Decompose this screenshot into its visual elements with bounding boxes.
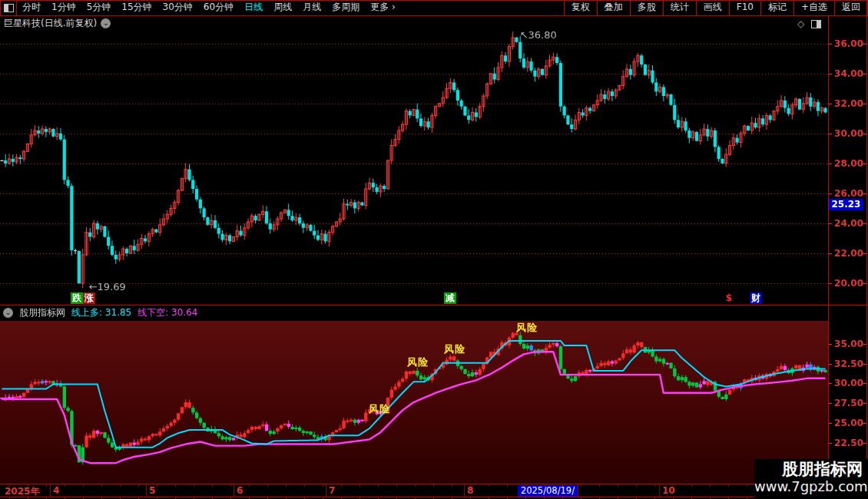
watermark: 股朋指标网 www.7gpzb.com <box>754 459 868 499</box>
menu-item-15分钟[interactable]: 15分钟 <box>116 1 157 15</box>
indicator-panel: 风险风险风险风险 <box>0 321 828 484</box>
minor-tick <box>618 484 618 487</box>
minor-tick <box>507 484 508 487</box>
menu-item-标记[interactable]: 标记 <box>760 1 793 15</box>
diamond-icon[interactable]: ◇ <box>797 18 804 29</box>
y-tick-label: 22.00 <box>833 248 863 259</box>
menu-item-30分钟[interactable]: 30分钟 <box>157 1 198 15</box>
line-short-value: 线下空: 30.64 <box>137 306 197 319</box>
pane-icon[interactable] <box>811 20 821 28</box>
y-tick-label: 32.50 <box>833 359 863 369</box>
y-tick-label: 30.00 <box>833 378 863 388</box>
menu-item-分时[interactable]: 分时 <box>17 1 46 15</box>
y-tick-label: 22.50 <box>833 438 863 448</box>
axis-left-border <box>828 15 829 499</box>
arrow-up-left-icon: ↖ <box>520 29 528 41</box>
minor-tick <box>28 484 28 487</box>
arrow-left-icon: ← <box>89 281 98 292</box>
y-tick-label: 26.00 <box>833 188 863 199</box>
chart-titlebar: 巨星科技(日线.前复权) ⌄ <box>0 15 832 31</box>
minor-tick <box>341 484 342 487</box>
month-tick <box>50 484 51 497</box>
titlebar-icons: ◇ <box>797 18 821 29</box>
period-menu: 分时1分钟5分钟15分钟30分钟60分钟日线周线月线多周期更多 › <box>17 1 401 15</box>
y-tick-label: 27.50 <box>833 398 863 408</box>
badge-跌: 跌 <box>71 292 83 304</box>
menu-item-1分钟[interactable]: 1分钟 <box>46 1 81 15</box>
layout-toggle-button[interactable] <box>1 1 17 15</box>
minor-tick <box>65 484 65 487</box>
indicator-header: ⌄ 股朋指标网 线上多: 31.85 线下空: 30.64 <box>0 306 831 320</box>
y-tick-label: 32.00 <box>833 98 863 109</box>
tools-menu: 复权叠加多股统计画线F10标记+自选返回 <box>564 1 867 15</box>
y-tick-label: 30.00 <box>833 128 863 139</box>
minor-tick <box>544 484 545 487</box>
collapse-chart-icon[interactable]: ⌄ <box>101 18 111 28</box>
risk-label-1: 风险 <box>407 355 429 369</box>
minor-tick <box>267 484 268 487</box>
minor-tick <box>359 484 360 487</box>
indicator-name[interactable]: 股朋指标网 <box>19 306 65 319</box>
minor-tick <box>101 484 102 487</box>
high-price-marker: ↖36.80 <box>520 29 557 41</box>
risk-label-3: 风险 <box>516 321 538 335</box>
y-tick-label: 20.00 <box>833 278 863 289</box>
month-tick <box>578 484 578 497</box>
menu-item-复权[interactable]: 复权 <box>564 1 597 15</box>
minor-tick <box>710 484 711 487</box>
price-tag: 25.23 <box>829 199 863 210</box>
watermark-site-name: 股朋指标网 <box>754 459 863 479</box>
badge-涨: 涨 <box>83 292 95 304</box>
menu-item-多股[interactable]: 多股 <box>630 1 663 15</box>
indicator-canvas[interactable] <box>0 321 828 484</box>
minor-tick <box>323 484 323 487</box>
badge-财: 财 <box>750 292 762 304</box>
main-price-canvas[interactable] <box>0 31 828 305</box>
menu-item-F10[interactable]: F10 <box>729 1 760 15</box>
date-axis: 2025年 2025/08/19/二 4567810 <box>0 484 868 499</box>
month-tick <box>146 484 147 497</box>
low-price-marker: ←19.69 <box>89 281 126 292</box>
minor-tick <box>728 484 729 487</box>
menu-item-多周期[interactable]: 多周期 <box>326 1 365 15</box>
menu-item-日线[interactable]: 日线 <box>239 1 268 15</box>
minor-tick <box>83 484 84 487</box>
month-label-4: 4 <box>53 485 59 496</box>
minor-tick <box>691 484 692 487</box>
line-long-value: 线上多: 31.85 <box>71 306 131 319</box>
month-label-7: 7 <box>329 485 335 496</box>
minor-tick <box>599 484 600 487</box>
minor-tick <box>581 484 581 487</box>
collapse-indicator-icon[interactable]: ⌄ <box>3 308 13 318</box>
menu-item-60分钟[interactable]: 60分钟 <box>198 1 239 15</box>
menu-item-5分钟[interactable]: 5分钟 <box>81 1 117 15</box>
date-axis-bottom-line <box>0 497 868 497</box>
menu-item-周线[interactable]: 周线 <box>268 1 297 15</box>
minor-tick <box>378 484 379 487</box>
minor-tick <box>46 484 47 487</box>
minor-tick <box>194 484 194 487</box>
menu-item-更多[interactable]: 更多 › <box>365 1 401 15</box>
y-tick-label: 34.00 <box>833 68 863 79</box>
month-tick <box>234 484 234 497</box>
menu-item-叠加[interactable]: 叠加 <box>597 1 630 15</box>
trading-app-window: 分时1分钟5分钟15分钟30分钟60分钟日线周线月线多周期更多 › 复权叠加多股… <box>0 0 868 499</box>
menu-item-统计[interactable]: 统计 <box>663 1 696 15</box>
risk-label-2: 风险 <box>444 342 465 356</box>
minor-tick <box>249 484 250 487</box>
month-tick <box>659 484 660 497</box>
minor-tick <box>433 484 434 487</box>
minor-tick <box>470 484 471 487</box>
minor-tick <box>562 484 563 487</box>
month-label-10: 10 <box>662 485 675 496</box>
month-tick <box>464 484 465 497</box>
minor-tick <box>525 484 526 487</box>
y-tick-label: 36.00 <box>833 38 863 49</box>
menu-item-月线[interactable]: 月线 <box>297 1 326 15</box>
menu-item-画线[interactable]: 画线 <box>696 1 729 15</box>
risk-label-0: 风险 <box>369 402 390 416</box>
minor-tick <box>304 484 305 487</box>
month-label-5: 5 <box>149 485 155 496</box>
minor-tick <box>157 484 157 487</box>
minor-tick <box>673 484 674 487</box>
